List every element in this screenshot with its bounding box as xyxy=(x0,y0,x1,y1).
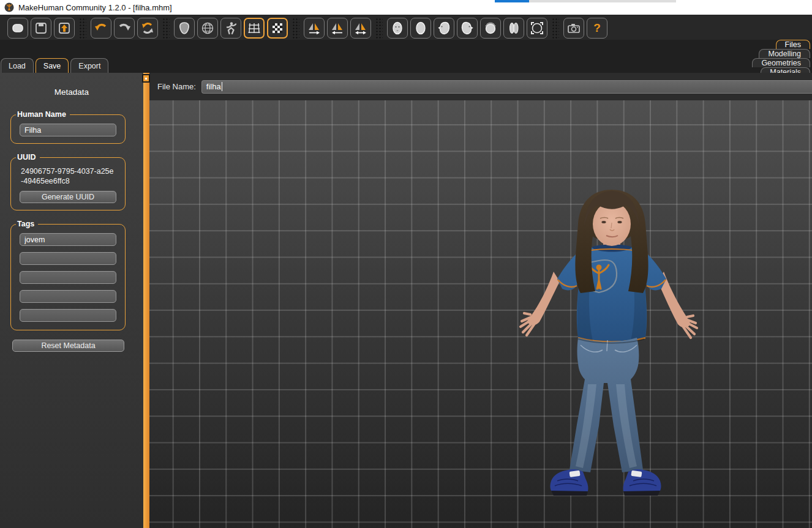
view-right-button[interactable] xyxy=(457,18,478,39)
generate-uuid-button[interactable]: Generate UUID xyxy=(20,191,116,203)
sub-tab-bar: LoadSaveExport xyxy=(0,56,812,73)
file-name-value: filha xyxy=(206,82,221,91)
sym-left-icon xyxy=(330,21,345,35)
toolbar-separator xyxy=(292,18,299,39)
save-button[interactable] xyxy=(31,18,51,39)
load-icon xyxy=(57,21,72,35)
tab-geometries[interactable]: Geometries xyxy=(752,58,810,67)
main-tab-bar: FilesModellingGeometriesMaterialsPose/An… xyxy=(0,40,812,56)
window-title: MakeHuman Community 1.2.0 - [filha.mhm] xyxy=(18,3,172,12)
sym-both-icon xyxy=(353,21,368,35)
view-left-button[interactable] xyxy=(434,18,454,39)
tab-modelling[interactable]: Modelling xyxy=(759,49,810,58)
face-front-icon xyxy=(390,21,405,35)
redo-button[interactable] xyxy=(114,18,135,39)
file-name-input[interactable]: filha xyxy=(201,80,812,94)
reset-reload-button[interactable] xyxy=(137,18,158,39)
subtab-export[interactable]: Export xyxy=(70,58,108,73)
overlay-progress-blue xyxy=(495,0,529,2)
metadata-panel: Metadata Human Name UUID 24906757-9795-4… xyxy=(0,73,143,528)
tshirt xyxy=(557,245,666,342)
subtab-load[interactable]: Load xyxy=(1,58,34,73)
grid-button[interactable] xyxy=(244,18,265,39)
smooth-icon xyxy=(177,21,192,35)
tag-input-2[interactable] xyxy=(20,252,116,265)
view-side-button[interactable] xyxy=(503,18,524,39)
tag-input-3[interactable] xyxy=(20,271,116,284)
uuid-group: UUID 24906757-9795-4037-a25e-49465ee6ffc… xyxy=(10,153,126,210)
redo-icon xyxy=(117,21,132,35)
tags-label: Tags xyxy=(16,220,38,228)
shoe-right xyxy=(623,469,661,496)
reset-metadata-button[interactable]: Reset Metadata xyxy=(12,340,124,352)
wireframe-icon xyxy=(200,21,215,35)
symmetry-both-button[interactable] xyxy=(350,18,371,39)
text-caret xyxy=(222,82,222,91)
file-name-label: File Name: xyxy=(157,82,196,91)
question-icon: ? xyxy=(590,21,604,35)
grid-icon xyxy=(247,21,261,35)
shoe-left xyxy=(550,469,588,496)
tag-input-5[interactable] xyxy=(20,309,116,322)
camera-icon xyxy=(566,21,581,35)
view-top-button[interactable] xyxy=(480,18,501,39)
overlay-progress-track xyxy=(529,0,676,2)
file-name-bar: File Name: filha xyxy=(149,73,812,100)
uuid-label: UUID xyxy=(16,153,40,162)
face-back-icon xyxy=(413,21,428,35)
circle-brackets-icon xyxy=(530,21,544,35)
wireframe-button[interactable] xyxy=(197,18,218,39)
face-top-icon xyxy=(483,21,498,35)
tag-input-1[interactable] xyxy=(20,233,116,246)
panel-splitter[interactable] xyxy=(143,73,149,528)
pose-icon xyxy=(224,21,238,35)
arm-left xyxy=(521,272,560,335)
undo-button[interactable] xyxy=(91,18,111,39)
makehuman-logo-icon xyxy=(4,2,14,12)
face-right-icon xyxy=(460,21,475,35)
background-checker-button[interactable] xyxy=(267,18,288,39)
reload-icon xyxy=(140,21,155,35)
title-bar: MakeHuman Community 1.2.0 - [filha.mhm] xyxy=(0,0,812,16)
human-name-label: Human Name xyxy=(16,110,70,119)
load-button[interactable] xyxy=(54,18,75,39)
view-reset-button[interactable] xyxy=(527,18,547,39)
toolbar-separator xyxy=(375,18,383,39)
face-side-icon xyxy=(506,21,521,35)
smooth-button[interactable] xyxy=(174,18,195,39)
human-name-input[interactable] xyxy=(20,124,116,136)
pose-button[interactable] xyxy=(220,18,241,39)
face-left-icon xyxy=(437,21,451,35)
toolbar-separator xyxy=(552,18,559,39)
jeans xyxy=(570,338,644,472)
character-model[interactable] xyxy=(517,187,701,502)
sym-right-icon xyxy=(307,21,321,35)
symmetry-right-button[interactable] xyxy=(304,18,325,39)
checker-icon xyxy=(270,21,285,35)
toolbar-separator xyxy=(79,18,86,39)
grab-screenshot-button[interactable] xyxy=(563,18,584,39)
human-name-group: Human Name xyxy=(10,110,126,144)
view-back-button[interactable] xyxy=(410,18,431,39)
toolbar-separator xyxy=(162,18,170,39)
help-button[interactable]: ? xyxy=(587,18,607,39)
subtab-save[interactable]: Save xyxy=(36,58,69,73)
panel-heading: Metadata xyxy=(0,87,143,97)
toolbar: ? xyxy=(0,16,812,40)
symmetry-left-button[interactable] xyxy=(327,18,348,39)
tags-group: Tags xyxy=(10,220,126,330)
viewport-3d[interactable] xyxy=(149,100,812,528)
tag-input-4[interactable] xyxy=(20,290,116,303)
uuid-value: 24906757-9795-4037-a25e-49465ee6ffc8 xyxy=(21,166,115,186)
view-front-button[interactable] xyxy=(387,18,408,39)
splitter-collapse-handle[interactable] xyxy=(142,74,150,83)
new-icon xyxy=(10,21,25,35)
svg-text:?: ? xyxy=(593,21,601,34)
save-icon xyxy=(34,21,48,35)
tab-files[interactable]: Files xyxy=(776,40,810,49)
undo-icon xyxy=(94,21,108,35)
new-button[interactable] xyxy=(7,18,28,39)
